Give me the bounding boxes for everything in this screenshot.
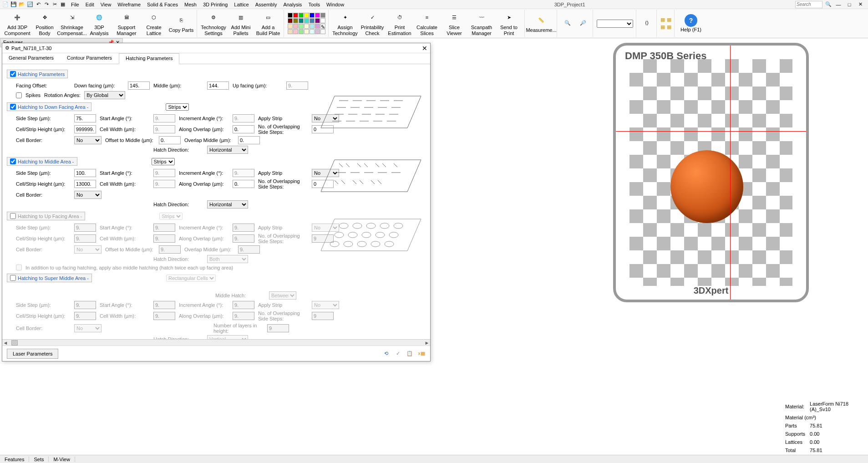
export-excel-icon[interactable]: x▦: [417, 350, 426, 358]
menu-view[interactable]: View: [101, 2, 112, 7]
up-facing-checkbox[interactable]: [10, 213, 16, 219]
section-middle[interactable]: Hatching to Middle Area -: [7, 157, 77, 166]
down-hd-select[interactable]: Horizontal: [207, 146, 248, 154]
close-window-button[interactable]: ✕: [856, 1, 864, 7]
section-up-facing[interactable]: Hatching to Up Facing Area -: [7, 212, 85, 220]
menu-assembly[interactable]: Assembly: [255, 2, 277, 7]
zoom-out-button[interactable]: 🔎: [576, 10, 590, 37]
middle-checkbox[interactable]: [10, 158, 16, 164]
menu-solidfaces[interactable]: Solid & Faces: [147, 2, 178, 7]
menu-file[interactable]: File: [71, 2, 79, 7]
copy-settings-icon[interactable]: 📋: [406, 350, 414, 358]
zoom-in-button[interactable]: 🔍: [561, 10, 574, 37]
dialog-close-button[interactable]: ✕: [422, 45, 427, 52]
maximize-button[interactable]: □: [845, 2, 853, 7]
slice-viewer-button[interactable]: ☰Slice Viewer: [442, 10, 467, 37]
apply-icon[interactable]: ✓: [394, 350, 402, 358]
menu-wireframe[interactable]: Wireframe: [117, 2, 141, 7]
laser-parameters-button[interactable]: Laser Parameters: [7, 349, 58, 359]
menu-lattice[interactable]: Lattice: [234, 2, 249, 7]
middle-input[interactable]: [207, 81, 229, 90]
props-icon[interactable]: ▦: [59, 1, 66, 8]
measurements-button[interactable]: 📏Measureme...: [528, 10, 554, 37]
section-hatching-parameters[interactable]: Hatching Parameters: [7, 70, 68, 78]
dialog-titlebar[interactable]: ⚙ Part_Ni718_LT-30 ✕: [2, 43, 430, 53]
scroll-thumb[interactable]: [11, 340, 18, 346]
spikes-checkbox[interactable]: [16, 92, 22, 98]
copy-parts-button[interactable]: ⎘Copy Parts: [168, 10, 194, 37]
support-manager-button[interactable]: 🏛Support Manager: [114, 10, 139, 37]
down-type-select[interactable]: Strips: [166, 103, 189, 111]
hatching-parameters-checkbox[interactable]: [10, 71, 16, 77]
save-icon[interactable]: 💾: [10, 1, 17, 8]
tab-mview[interactable]: M-View: [49, 457, 75, 462]
down-facing-input[interactable]: [128, 81, 150, 90]
down-ao-input[interactable]: [233, 125, 254, 133]
scroll-right-icon[interactable]: ►: [424, 340, 430, 346]
print-estimation-button[interactable]: ⏱Print Estimation: [387, 10, 412, 37]
down-otm-input[interactable]: [159, 136, 181, 144]
shrinkage-button[interactable]: ⇲Shrinkage Compensat...: [59, 10, 85, 37]
calculate-slices-button[interactable]: ≡Calculate Slices: [414, 10, 440, 37]
down-facing-checkbox[interactable]: [10, 104, 16, 110]
assign-technology-button[interactable]: ✦Assign Technology: [332, 10, 358, 37]
tab-sets[interactable]: Sets: [29, 457, 49, 462]
3dp-analysis-button[interactable]: 🌐3DP Analysis: [86, 10, 112, 37]
menu-edit[interactable]: Edit: [86, 2, 94, 7]
dialog-scrollbar[interactable]: ◄ ►: [2, 339, 430, 346]
printability-check-button[interactable]: ✓Printability Check: [360, 10, 385, 37]
script-button[interactable]: ⟨⟩: [640, 10, 654, 37]
menu-3dprinting[interactable]: 3D Printing: [203, 2, 228, 7]
section-down-facing[interactable]: Hatching to Down Facing Area -: [7, 102, 91, 111]
new-icon[interactable]: 📄: [2, 1, 9, 8]
tab-general[interactable]: General Parameters: [2, 53, 61, 64]
position-body-button[interactable]: ✥Position Body: [32, 10, 57, 37]
super-middle-checkbox[interactable]: [10, 275, 16, 281]
middle-hd-select[interactable]: Horizontal: [207, 200, 248, 209]
middle-type-select[interactable]: Strips: [152, 158, 175, 165]
viewport[interactable]: Features 📌 ✕ DMP 350B Series 3DXpert Mat…: [0, 38, 868, 455]
search-input[interactable]: [795, 1, 822, 8]
redo-icon[interactable]: ↷: [43, 1, 50, 8]
middle-csh-input[interactable]: [74, 180, 96, 188]
open-icon[interactable]: 📂: [18, 1, 25, 8]
down-cb-select[interactable]: No: [74, 136, 102, 144]
tab-features[interactable]: Features: [0, 457, 29, 462]
undo-icon[interactable]: ↶: [35, 1, 42, 8]
part-model[interactable]: [670, 150, 743, 223]
view-top-icon[interactable]: ▦: [667, 17, 671, 23]
menu-analysis[interactable]: Analysis: [283, 2, 302, 7]
color-palette[interactable]: ✎: [288, 13, 325, 34]
reset-icon[interactable]: ⟲: [382, 350, 390, 358]
menu-tools[interactable]: Tools: [308, 2, 320, 7]
middle-cb-select[interactable]: No: [74, 191, 102, 199]
minimize-button[interactable]: —: [834, 2, 843, 7]
technology-settings-button[interactable]: ⚙Technology Settings: [201, 10, 226, 37]
tab-hatching[interactable]: Hatching Parameters: [119, 53, 179, 64]
section-super-middle[interactable]: Hatching to Super Middle Area -: [7, 274, 92, 282]
view-side-icon[interactable]: ▦: [667, 24, 671, 30]
add-build-plate-button[interactable]: ▭Add a Build Plate: [255, 10, 281, 37]
middle-ao-input[interactable]: [233, 180, 254, 188]
pencil-icon[interactable]: ✎: [320, 24, 325, 29]
send-to-print-button[interactable]: ➤Send to Print: [496, 10, 522, 37]
down-csh-input[interactable]: [74, 125, 96, 133]
scanpath-manager-button[interactable]: 〰Scanpath Manager: [469, 10, 494, 37]
cut-icon[interactable]: ✂: [51, 1, 58, 8]
menu-mesh[interactable]: Mesh: [184, 2, 197, 7]
middle-sidestep-input[interactable]: [74, 169, 96, 177]
refresh-icon[interactable]: 🔃: [26, 1, 34, 8]
down-sidestep-input[interactable]: [74, 114, 96, 122]
rotation-angles-select[interactable]: By Global: [84, 91, 125, 99]
down-om-input[interactable]: [238, 136, 260, 144]
create-lattice-button[interactable]: ⬡Create Lattice: [141, 10, 167, 37]
scroll-left-icon[interactable]: ◄: [2, 340, 9, 346]
add-3dp-component-button[interactable]: ➕Add 3DP Component: [5, 10, 30, 37]
tab-contour[interactable]: Contour Parameters: [61, 53, 119, 64]
search-icon[interactable]: 🔍: [825, 1, 832, 7]
menu-window[interactable]: Window: [326, 2, 344, 7]
view-front-icon[interactable]: ▦: [660, 24, 665, 30]
help-button[interactable]: ?Help (F1): [678, 10, 704, 37]
add-mini-pallets-button[interactable]: ▥Add Mini Pallets: [228, 10, 254, 37]
ribbon-dropdown-1[interactable]: [597, 20, 633, 28]
